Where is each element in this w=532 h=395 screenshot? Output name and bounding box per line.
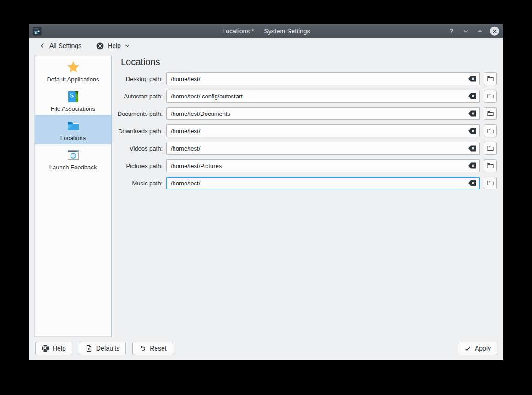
close-button[interactable] <box>490 27 499 36</box>
clear-text-button[interactable] <box>468 93 477 100</box>
reset-button[interactable]: Reset <box>132 342 173 355</box>
path-field-wrap <box>166 124 480 137</box>
apply-button-label: Apply <box>475 345 491 352</box>
browse-folder-button[interactable] <box>484 124 497 137</box>
system-settings-window: Locations * — System Settings ? <box>29 24 503 360</box>
main-area: Default Applications <box>29 54 503 337</box>
browse-folder-button[interactable] <box>484 142 497 155</box>
backspace-clear-icon <box>468 145 477 152</box>
clear-text-button[interactable] <box>468 180 477 187</box>
titlebar[interactable]: Locations * — System Settings ? <box>29 24 503 38</box>
undo-reset-icon <box>139 345 146 352</box>
browse-folder-button[interactable] <box>484 90 497 103</box>
chevron-up-icon <box>477 28 483 34</box>
window-title: Locations * — System Settings <box>29 24 503 38</box>
path-row: Videos path: <box>29 142 497 155</box>
path-input[interactable] <box>166 72 480 85</box>
titlebar-buttons: ? <box>447 24 499 38</box>
help-button[interactable]: Help <box>35 342 72 355</box>
path-label: Music path: <box>29 180 166 187</box>
defaults-button[interactable]: Defaults <box>79 342 126 355</box>
all-settings-label: All Settings <box>49 42 81 49</box>
path-input[interactable] <box>166 107 480 120</box>
backspace-clear-icon <box>468 76 477 82</box>
path-field-wrap <box>166 177 480 189</box>
path-label: Desktop path: <box>29 76 166 82</box>
path-input[interactable] <box>166 177 480 189</box>
minimize-button[interactable] <box>461 27 470 35</box>
locations-form: Desktop path: <box>29 72 497 194</box>
chevron-down-icon <box>125 43 130 49</box>
path-label: Downloads path: <box>29 128 166 135</box>
backspace-clear-icon <box>468 162 477 169</box>
path-input[interactable] <box>166 124 480 137</box>
backspace-clear-icon <box>468 93 477 100</box>
folder-open-icon <box>487 145 494 152</box>
folder-open-icon <box>487 92 494 100</box>
path-field-wrap <box>166 142 480 155</box>
path-row: Downloads path: <box>29 124 497 137</box>
chevron-down-icon <box>463 28 469 34</box>
back-chevron-icon <box>39 43 46 49</box>
path-row: Music path: <box>29 177 497 189</box>
path-input[interactable] <box>166 142 480 155</box>
checkmark-icon <box>464 345 471 352</box>
browse-folder-button[interactable] <box>484 72 497 85</box>
path-row: Desktop path: <box>29 72 497 85</box>
path-field-wrap <box>166 107 480 120</box>
toolbar: All Settings Help <box>29 38 503 54</box>
page-title: Locations <box>121 57 160 67</box>
toolbar-help-label: Help <box>108 42 121 49</box>
backspace-clear-icon <box>468 110 477 117</box>
maximize-button[interactable] <box>476 27 484 35</box>
path-label: Pictures path: <box>29 162 166 169</box>
folder-open-icon <box>487 127 494 135</box>
browse-folder-button[interactable] <box>484 159 497 172</box>
folder-open-icon <box>487 110 494 117</box>
clear-text-button[interactable] <box>468 162 477 169</box>
help-buoy-icon <box>42 345 49 352</box>
folder-open-icon <box>487 179 494 187</box>
path-field-wrap <box>166 90 480 103</box>
clear-text-button[interactable] <box>468 145 477 152</box>
clear-text-button[interactable] <box>468 110 477 117</box>
path-input[interactable] <box>166 90 480 103</box>
footer-button-bar: Help Defaults Reset <box>29 337 503 360</box>
desktop-background: Locations * — System Settings ? <box>0 0 532 395</box>
browse-folder-button[interactable] <box>484 177 497 189</box>
backspace-clear-icon <box>468 128 477 135</box>
reset-button-label: Reset <box>150 345 167 352</box>
help-button-label: Help <box>53 345 66 352</box>
path-row: Documents path: <box>29 107 497 120</box>
path-field-wrap <box>166 72 480 85</box>
defaults-button-label: Defaults <box>96 345 119 352</box>
path-field-wrap <box>166 159 480 172</box>
close-icon <box>492 29 497 34</box>
window-help-button[interactable]: ? <box>447 27 456 35</box>
path-input[interactable] <box>166 159 480 172</box>
help-buoy-icon <box>96 42 104 50</box>
apply-button[interactable]: Apply <box>458 342 497 355</box>
path-label: Autostart path: <box>29 93 166 100</box>
backspace-clear-icon <box>468 180 477 187</box>
browse-folder-button[interactable] <box>484 107 497 120</box>
folder-open-icon <box>487 162 494 169</box>
folder-open-icon <box>487 75 494 82</box>
clear-text-button[interactable] <box>468 128 477 135</box>
path-label: Documents path: <box>29 110 166 117</box>
clear-text-button[interactable] <box>468 76 477 82</box>
document-revert-icon <box>85 345 92 352</box>
toolbar-help-button[interactable]: Help <box>93 39 133 53</box>
path-label: Videos path: <box>29 145 166 152</box>
path-row: Pictures path: <box>29 159 497 172</box>
all-settings-back-button[interactable]: All Settings <box>37 39 84 53</box>
path-row: Autostart path: <box>29 90 497 103</box>
